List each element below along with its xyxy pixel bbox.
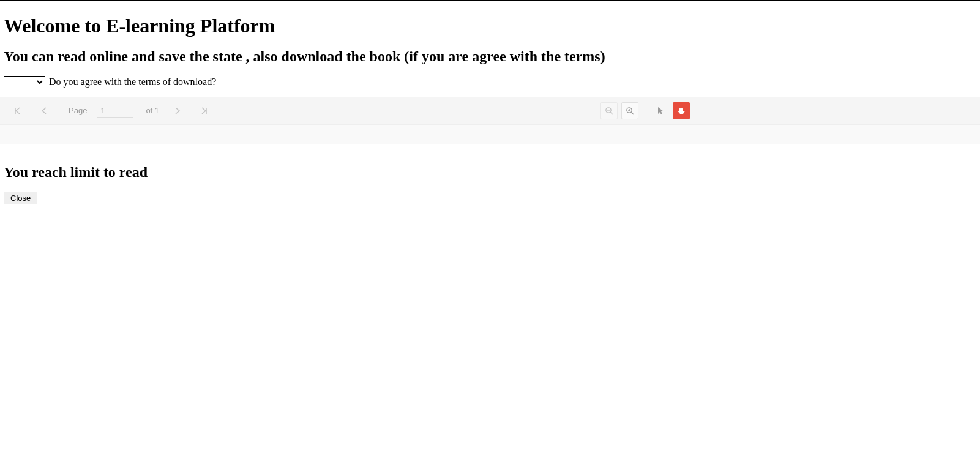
last-page-button[interactable] <box>196 102 213 119</box>
page-title: Welcome to E-learning Platform <box>4 15 976 37</box>
zoom-in-button[interactable] <box>621 102 638 119</box>
toolbar-left: Page of 1 <box>9 102 213 119</box>
last-page-icon <box>201 107 208 114</box>
terms-question: Do you agree with the terms of download? <box>49 77 216 88</box>
chevron-left-icon <box>41 107 47 114</box>
terms-row: Do you agree with the terms of download? <box>4 76 976 88</box>
first-page-icon <box>13 107 21 114</box>
page-label: Page <box>69 106 87 115</box>
pan-tool-button[interactable] <box>673 102 690 119</box>
cursor-icon <box>656 107 665 115</box>
page-of: of 1 <box>146 106 159 115</box>
first-page-button[interactable] <box>9 102 26 119</box>
limit-title: You reach limit to read <box>4 164 976 181</box>
page-subtitle: You can read online and save the state ,… <box>4 48 976 65</box>
svg-line-1 <box>610 112 613 114</box>
zoom-out-button[interactable] <box>600 102 618 119</box>
close-button[interactable]: Close <box>4 192 37 204</box>
prev-page-button[interactable] <box>36 102 53 119</box>
toolbar-right <box>600 102 690 119</box>
chevron-right-icon <box>174 107 181 114</box>
svg-line-4 <box>631 112 634 114</box>
hand-icon <box>677 107 686 115</box>
next-page-button[interactable] <box>169 102 186 119</box>
page-number-input[interactable] <box>97 104 133 118</box>
terms-select[interactable] <box>4 76 45 88</box>
select-tool-button[interactable] <box>652 102 669 119</box>
viewer-body <box>0 124 980 144</box>
zoom-in-icon <box>626 107 634 115</box>
viewer-toolbar: Page of 1 <box>0 97 980 124</box>
zoom-out-icon <box>605 107 613 115</box>
pdf-viewer: Page of 1 <box>0 97 980 144</box>
